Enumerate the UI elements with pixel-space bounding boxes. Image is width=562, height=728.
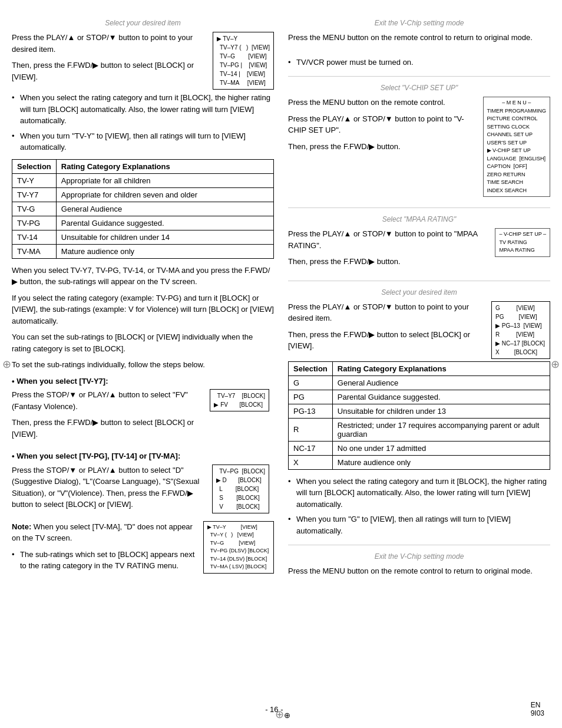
when-tvpg-text: Press the STOP/▼ or PLAY/▲ button to sel… bbox=[12, 465, 207, 515]
menu-title: – M E N U – bbox=[487, 99, 547, 107]
when-tvy7-content: Press the STOP/▼ or PLAY/▲ button to sel… bbox=[12, 389, 274, 444]
box-line: X [BLOCK] bbox=[495, 348, 546, 357]
box-line: G [VIEW] bbox=[495, 304, 546, 312]
menu-box-container: – M E N U – TIMER PROGRAMMING PICTURE CO… bbox=[483, 97, 551, 197]
menu-line: ZERO RETURN bbox=[487, 171, 547, 179]
box-line: TV–PG | [VIEW] bbox=[217, 61, 270, 70]
table-row: TV-YAppropriate for all children bbox=[12, 173, 274, 187]
when-tvy7-text2: Then, press the F.FWD/▶ button to select… bbox=[12, 417, 205, 440]
divider3 bbox=[288, 281, 550, 281]
box-line: ▶ TV–Y [VIEW] bbox=[207, 523, 270, 532]
mpaa-title: Select "MPAA RATING" bbox=[288, 214, 550, 225]
box-line: ▶ PG–13 [VIEW] bbox=[495, 321, 546, 330]
table2-header-explanation: Rating Category Explanations bbox=[332, 361, 550, 375]
para-subrating: If you select the rating category (examp… bbox=[12, 292, 274, 327]
para-after-table1: When you select TV-Y7, TV-PG, TV-14, or … bbox=[12, 265, 274, 288]
mini-box-tvrating: ▶ TV–Y TV–Y7 ( ) [VIEW] TV–G [VIEW] TV–P… bbox=[213, 32, 274, 90]
desired-box-container: G [VIEW] PG [VIEW] ▶ PG–13 [VIEW] R [VIE… bbox=[491, 301, 550, 359]
table-cell: TV-14 bbox=[12, 230, 57, 244]
bullet-item: When you turn "TV-Y" to [VIEW], then all… bbox=[12, 130, 274, 153]
menu-line: TIME SEARCH bbox=[487, 179, 547, 187]
table-row: TV-PGParental Guidance suggested. bbox=[12, 216, 274, 230]
table-cell: TV-MA bbox=[12, 244, 57, 258]
footer-lang: EN bbox=[531, 701, 541, 709]
divider4 bbox=[288, 545, 550, 545]
desired-block: G [VIEW] PG [VIEW] ▶ PG–13 [VIEW] R [VIE… bbox=[288, 301, 550, 361]
desired-title: Select your desired item bbox=[288, 287, 550, 298]
table-row: TV-MAMature audience only bbox=[12, 244, 274, 258]
table2-header-selection: Selection bbox=[289, 361, 333, 375]
footer-code: 9I03 bbox=[531, 709, 544, 717]
bullet-high: When you select the rating category and … bbox=[288, 476, 550, 510]
page: Select your desired item ▶ TV–Y TV–Y7 ( … bbox=[0, 0, 562, 728]
mpaa-block: – V-CHIP SET UP – TV RATING MPAA RATING … bbox=[288, 228, 550, 272]
tv-rating-box: ▶ TV–Y TV–Y7 ( ) [VIEW] TV–G [VIEW] TV–P… bbox=[213, 32, 274, 90]
box-line: TV–G [VIEW] bbox=[207, 539, 270, 548]
table-cell: Unsuitable for children under 13 bbox=[332, 404, 550, 418]
box-line: ▶ TV–Y bbox=[217, 34, 270, 43]
when-tvy7-text: Press the STOP/▼ or PLAY/▲ button to sel… bbox=[12, 389, 205, 444]
table-cell: Parental Guidance suggested. bbox=[332, 390, 550, 404]
mini-box-tvy7: TV–Y7 [BLOCK] ▶ FV [BLOCK] bbox=[210, 389, 269, 411]
box-line: R [VIEW] bbox=[495, 330, 546, 339]
box-line: S [BLOCK] bbox=[216, 493, 265, 502]
section1-block: ▶ TV–Y TV–Y7 ( ) [VIEW] TV–G [VIEW] TV–P… bbox=[12, 32, 274, 92]
box-line: PG [VIEW] bbox=[495, 312, 546, 321]
tv-rating-table: Selection Rating Category Explanations T… bbox=[12, 159, 274, 259]
box-line: V [BLOCK] bbox=[216, 502, 265, 511]
table-row: TV-GGeneral Audience bbox=[12, 202, 274, 216]
menu-line: USER'S SET UP bbox=[487, 139, 547, 147]
when-tvy7-text1: Press the STOP/▼ or PLAY/▲ button to sel… bbox=[12, 389, 205, 412]
when-tvy7-section: • When you select [TV-Y7]: Press the STO… bbox=[12, 375, 274, 445]
table-cell: Mature audience only bbox=[332, 455, 550, 469]
box-line: TV–PG [BLOCK] bbox=[216, 467, 265, 476]
menu-line: INDEX SEARCH bbox=[487, 187, 547, 195]
box-line: ▶ FV [BLOCK] bbox=[214, 400, 265, 409]
table-cell: TV-Y7 bbox=[12, 187, 57, 202]
box-line: TV–Y7 [BLOCK] bbox=[214, 391, 265, 400]
table-cell: PG-13 bbox=[289, 404, 333, 418]
right-column: Exit the V-Chip setting mode Press the M… bbox=[288, 18, 550, 710]
table-cell: G bbox=[289, 375, 333, 390]
mpaa-para2: Then, press the F.FWD/▶ button. bbox=[288, 256, 550, 268]
setup-line: MPAA RATING bbox=[499, 246, 546, 255]
divider2 bbox=[288, 207, 550, 208]
table1-header-selection: Selection bbox=[12, 159, 57, 173]
table-row: TV-Y7Appropriate for children seven and … bbox=[12, 187, 274, 202]
table-cell: No one under 17 admitted bbox=[332, 441, 550, 455]
vchip-setup-title: – V-CHIP SET UP – bbox=[499, 230, 546, 239]
table1-header-explanation: Rating Category Explanations bbox=[56, 159, 273, 173]
note-label: Note: bbox=[12, 522, 31, 531]
exit2-title: Exit the V-Chip setting mode bbox=[288, 551, 550, 562]
table-cell: R bbox=[289, 418, 333, 441]
exit-title: Exit the V-Chip setting mode bbox=[288, 18, 550, 28]
menu-box: – M E N U – TIMER PROGRAMMING PICTURE CO… bbox=[483, 97, 551, 197]
when-tvy7-bold: • When you select [TV-Y7]: bbox=[12, 375, 274, 387]
menu-line: CHANNEL SET UP bbox=[487, 131, 547, 139]
vchip-setup-box: – V-CHIP SET UP – TV RATING MPAA RATING bbox=[495, 228, 550, 257]
menu-line: PICTURE CONTROL bbox=[487, 115, 547, 123]
left-bullets-bottom: The sub-ratings which set to [BLOCK] app… bbox=[12, 549, 274, 572]
when-tvpg-bold: • When you select [TV-PG], [TV-14] or [T… bbox=[12, 450, 274, 462]
bullet-g: When you turn "G" to [VIEW], then all ra… bbox=[288, 513, 550, 536]
box-line: L [BLOCK] bbox=[216, 485, 265, 493]
exit-para: Press the MENU button on the remote cont… bbox=[288, 32, 550, 44]
table-row: TV-14Unsuitable for children under 14 bbox=[12, 230, 274, 244]
page-footer: - 16 - EN 9I03 bbox=[0, 701, 562, 717]
when-tvpg-content: Press the STOP/▼ or PLAY/▲ button to sel… bbox=[12, 465, 274, 515]
when-tvpg-section: • When you select [TV-PG], [TV-14] or [T… bbox=[12, 450, 274, 515]
table-row: XMature audience only bbox=[289, 455, 550, 469]
table-cell: Restricted; under 17 requires accompanyi… bbox=[332, 418, 550, 441]
table-row: RRestricted; under 17 requires accompany… bbox=[289, 418, 550, 441]
crosshair-left: ⊕ bbox=[2, 358, 11, 371]
tvvcr-bullet: TV/VCR power must be turned on. bbox=[288, 57, 550, 68]
table-row: PG-13Unsuitable for children under 13 bbox=[289, 404, 550, 418]
table-cell: Mature audience only bbox=[56, 244, 273, 258]
box-line: TV–Y7 ( ) [VIEW] bbox=[217, 43, 270, 52]
when-tvpg-text1: Press the STOP/▼ or PLAY/▲ button to sel… bbox=[12, 465, 207, 510]
menu-line: ▶ V-CHIP SET UP bbox=[487, 147, 547, 155]
menu-line: CAPTION [OFF] bbox=[487, 163, 547, 171]
exit2-para: Press the MENU button on the remote cont… bbox=[288, 565, 550, 577]
bullet-item: When you select the rating category and … bbox=[12, 92, 274, 127]
table-row: GGeneral Audience bbox=[289, 375, 550, 390]
